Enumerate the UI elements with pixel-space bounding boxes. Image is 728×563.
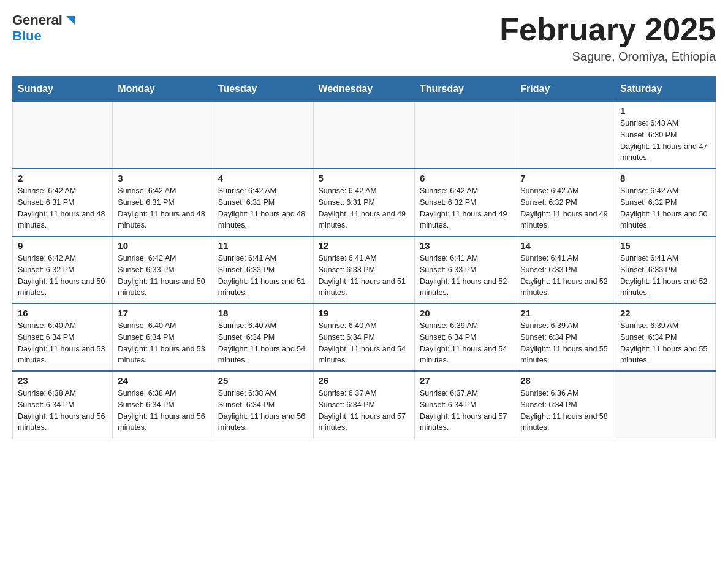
logo: General Blue xyxy=(12,12,77,44)
day-number: 4 xyxy=(218,173,308,183)
calendar-day-cell: 20Sunrise: 6:39 AMSunset: 6:34 PMDayligh… xyxy=(414,304,515,371)
calendar-day-cell: 19Sunrise: 6:40 AMSunset: 6:34 PMDayligh… xyxy=(313,304,414,371)
day-info: Sunrise: 6:42 AMSunset: 6:31 PMDaylight:… xyxy=(18,185,107,231)
day-of-week-header: Wednesday xyxy=(313,77,414,101)
location-subtitle: Sagure, Oromiya, Ethiopia xyxy=(499,50,716,64)
calendar-day-cell: 28Sunrise: 6:36 AMSunset: 6:34 PMDayligh… xyxy=(515,371,615,439)
day-info: Sunrise: 6:37 AMSunset: 6:34 PMDaylight:… xyxy=(420,388,510,434)
day-number: 7 xyxy=(520,173,610,183)
calendar-day-cell: 2Sunrise: 6:42 AMSunset: 6:31 PMDaylight… xyxy=(13,169,113,236)
calendar-day-cell: 15Sunrise: 6:41 AMSunset: 6:33 PMDayligh… xyxy=(615,236,715,304)
calendar-day-cell: 21Sunrise: 6:39 AMSunset: 6:34 PMDayligh… xyxy=(515,304,615,371)
day-number: 19 xyxy=(319,308,409,318)
day-info: Sunrise: 6:38 AMSunset: 6:34 PMDaylight:… xyxy=(218,388,308,434)
day-info: Sunrise: 6:40 AMSunset: 6:34 PMDaylight:… xyxy=(218,320,308,366)
title-area: February 2025 Sagure, Oromiya, Ethiopia xyxy=(499,12,716,64)
day-of-week-header: Thursday xyxy=(414,77,515,101)
day-number: 1 xyxy=(620,105,710,116)
day-info: Sunrise: 6:39 AMSunset: 6:34 PMDaylight:… xyxy=(420,320,510,366)
calendar-day-cell xyxy=(313,101,414,169)
calendar-day-cell: 5Sunrise: 6:42 AMSunset: 6:31 PMDaylight… xyxy=(313,169,414,236)
calendar-day-cell: 25Sunrise: 6:38 AMSunset: 6:34 PMDayligh… xyxy=(213,371,313,439)
day-number: 15 xyxy=(620,240,710,251)
calendar-day-cell: 11Sunrise: 6:41 AMSunset: 6:33 PMDayligh… xyxy=(213,236,313,304)
day-info: Sunrise: 6:41 AMSunset: 6:33 PMDaylight:… xyxy=(218,253,308,299)
calendar-day-cell: 22Sunrise: 6:39 AMSunset: 6:34 PMDayligh… xyxy=(615,304,715,371)
calendar-day-cell: 14Sunrise: 6:41 AMSunset: 6:33 PMDayligh… xyxy=(515,236,615,304)
day-info: Sunrise: 6:42 AMSunset: 6:32 PMDaylight:… xyxy=(520,185,610,231)
day-number: 25 xyxy=(218,375,308,386)
calendar-day-cell xyxy=(615,371,715,439)
calendar-week-row: 2Sunrise: 6:42 AMSunset: 6:31 PMDaylight… xyxy=(13,169,716,236)
day-number: 6 xyxy=(420,173,510,183)
day-info: Sunrise: 6:36 AMSunset: 6:34 PMDaylight:… xyxy=(520,388,610,434)
day-info: Sunrise: 6:42 AMSunset: 6:32 PMDaylight:… xyxy=(420,185,510,231)
logo-triangle-icon xyxy=(64,13,77,27)
day-of-week-header: Friday xyxy=(515,77,615,101)
day-info: Sunrise: 6:42 AMSunset: 6:31 PMDaylight:… xyxy=(218,185,308,231)
day-number: 24 xyxy=(118,375,207,386)
day-of-week-header: Sunday xyxy=(13,77,113,101)
calendar-day-cell: 27Sunrise: 6:37 AMSunset: 6:34 PMDayligh… xyxy=(414,371,515,439)
day-of-week-header: Saturday xyxy=(615,77,715,101)
calendar-day-cell xyxy=(113,101,213,169)
calendar-day-cell xyxy=(213,101,313,169)
day-number: 26 xyxy=(319,375,409,386)
day-number: 16 xyxy=(18,308,107,318)
day-number: 28 xyxy=(520,375,610,386)
calendar-day-cell: 4Sunrise: 6:42 AMSunset: 6:31 PMDaylight… xyxy=(213,169,313,236)
svg-marker-0 xyxy=(66,16,75,25)
day-number: 20 xyxy=(420,308,510,318)
calendar-table: SundayMondayTuesdayWednesdayThursdayFrid… xyxy=(12,76,716,439)
calendar-header-row: SundayMondayTuesdayWednesdayThursdayFrid… xyxy=(13,77,716,101)
day-number: 14 xyxy=(520,240,610,251)
day-number: 8 xyxy=(620,173,710,183)
calendar-week-row: 16Sunrise: 6:40 AMSunset: 6:34 PMDayligh… xyxy=(13,304,716,371)
calendar-day-cell xyxy=(515,101,615,169)
day-of-week-header: Monday xyxy=(113,77,213,101)
day-of-week-header: Tuesday xyxy=(213,77,313,101)
day-number: 9 xyxy=(18,240,107,251)
calendar-day-cell xyxy=(414,101,515,169)
day-info: Sunrise: 6:40 AMSunset: 6:34 PMDaylight:… xyxy=(18,320,107,366)
calendar-day-cell: 24Sunrise: 6:38 AMSunset: 6:34 PMDayligh… xyxy=(113,371,213,439)
day-number: 21 xyxy=(520,308,610,318)
calendar-day-cell: 16Sunrise: 6:40 AMSunset: 6:34 PMDayligh… xyxy=(13,304,113,371)
calendar-day-cell: 3Sunrise: 6:42 AMSunset: 6:31 PMDaylight… xyxy=(113,169,213,236)
day-number: 17 xyxy=(118,308,207,318)
day-info: Sunrise: 6:39 AMSunset: 6:34 PMDaylight:… xyxy=(520,320,610,366)
page-header: General Blue February 2025 Sagure, Oromi… xyxy=(12,12,716,64)
logo-general: General xyxy=(12,12,63,28)
day-info: Sunrise: 6:42 AMSunset: 6:31 PMDaylight:… xyxy=(118,185,207,231)
calendar-week-row: 1Sunrise: 6:43 AMSunset: 6:30 PMDaylight… xyxy=(13,101,716,169)
calendar-day-cell: 8Sunrise: 6:42 AMSunset: 6:32 PMDaylight… xyxy=(615,169,715,236)
day-number: 12 xyxy=(319,240,409,251)
calendar-day-cell xyxy=(13,101,113,169)
day-info: Sunrise: 6:41 AMSunset: 6:33 PMDaylight:… xyxy=(420,253,510,299)
day-number: 10 xyxy=(118,240,207,251)
calendar-day-cell: 12Sunrise: 6:41 AMSunset: 6:33 PMDayligh… xyxy=(313,236,414,304)
calendar-day-cell: 10Sunrise: 6:42 AMSunset: 6:33 PMDayligh… xyxy=(113,236,213,304)
day-number: 23 xyxy=(18,375,107,386)
day-number: 22 xyxy=(620,308,710,318)
calendar-day-cell: 13Sunrise: 6:41 AMSunset: 6:33 PMDayligh… xyxy=(414,236,515,304)
calendar-week-row: 23Sunrise: 6:38 AMSunset: 6:34 PMDayligh… xyxy=(13,371,716,439)
month-title: February 2025 xyxy=(499,12,716,47)
day-number: 18 xyxy=(218,308,308,318)
day-number: 5 xyxy=(319,173,409,183)
day-number: 3 xyxy=(118,173,207,183)
day-info: Sunrise: 6:40 AMSunset: 6:34 PMDaylight:… xyxy=(319,320,409,366)
day-number: 27 xyxy=(420,375,510,386)
calendar-day-cell: 6Sunrise: 6:42 AMSunset: 6:32 PMDaylight… xyxy=(414,169,515,236)
day-info: Sunrise: 6:41 AMSunset: 6:33 PMDaylight:… xyxy=(620,253,710,299)
calendar-day-cell: 17Sunrise: 6:40 AMSunset: 6:34 PMDayligh… xyxy=(113,304,213,371)
day-info: Sunrise: 6:37 AMSunset: 6:34 PMDaylight:… xyxy=(319,388,409,434)
day-info: Sunrise: 6:38 AMSunset: 6:34 PMDaylight:… xyxy=(118,388,207,434)
day-number: 2 xyxy=(18,173,107,183)
day-info: Sunrise: 6:42 AMSunset: 6:31 PMDaylight:… xyxy=(319,185,409,231)
calendar-day-cell: 9Sunrise: 6:42 AMSunset: 6:32 PMDaylight… xyxy=(13,236,113,304)
day-info: Sunrise: 6:38 AMSunset: 6:34 PMDaylight:… xyxy=(18,388,107,434)
logo-blue: Blue xyxy=(12,28,42,44)
calendar-week-row: 9Sunrise: 6:42 AMSunset: 6:32 PMDaylight… xyxy=(13,236,716,304)
calendar-day-cell: 23Sunrise: 6:38 AMSunset: 6:34 PMDayligh… xyxy=(13,371,113,439)
